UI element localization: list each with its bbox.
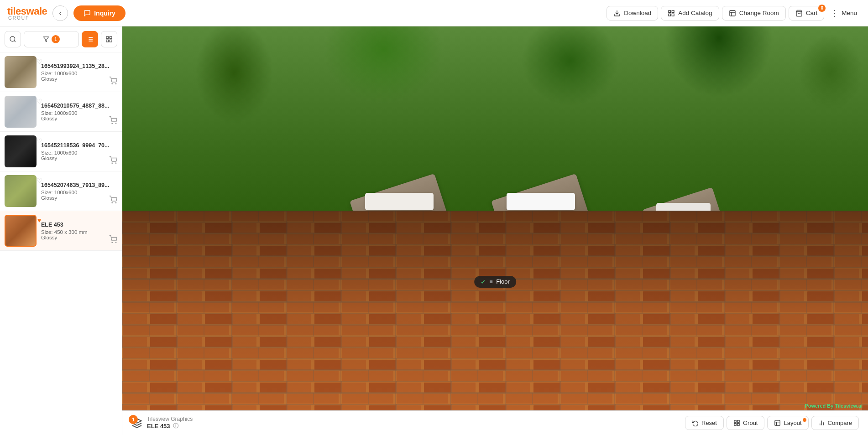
compare-label: Compare <box>828 419 852 426</box>
grout-button[interactable]: Grout <box>727 416 765 430</box>
svg-rect-48 <box>775 420 780 425</box>
svg-rect-46 <box>734 424 736 425</box>
brand-logo: tileswale Group <box>7 5 47 21</box>
svg-rect-44 <box>734 420 736 422</box>
reset-button[interactable]: Reset <box>685 416 724 430</box>
grid-view-icon <box>105 36 113 43</box>
tile-info: 165452074635_7913_89... Size: 1000x600 G… <box>37 175 117 207</box>
room-scene: ✓ Floor Powered By Tilesview.ai <box>122 26 868 410</box>
bottom-left: 1 Tilesview Graphics ELE 453 ⓘ <box>131 416 193 430</box>
layout-button[interactable]: Layout <box>767 416 808 430</box>
chair-pillow-2 <box>507 193 575 210</box>
svg-point-25 <box>115 163 116 164</box>
floor-area <box>122 211 868 410</box>
change-room-button[interactable]: Change Room <box>722 6 786 21</box>
inquiry-icon <box>84 10 91 17</box>
tile-info: 165452118536_9994_70... Size: 1000x600 G… <box>37 135 117 167</box>
svg-rect-4 <box>672 14 675 16</box>
tile-list-item-3[interactable]: 165452118536_9994_70... Size: 1000x600 G… <box>0 132 122 171</box>
powered-by-label: Powered By <box>805 403 833 409</box>
svg-point-26 <box>112 202 113 203</box>
tile-heart-button[interactable]: ♥ <box>35 216 44 225</box>
tile-name-text: ELE 453 <box>147 423 170 430</box>
tile-heart-button[interactable]: ♡ <box>35 176 44 185</box>
tile-thumbnail <box>5 215 37 247</box>
tile-heart-button[interactable]: ♡ <box>35 136 44 145</box>
cart-icon <box>795 10 803 17</box>
content-area: ✓ Floor Powered By Tilesview.ai 1 <box>122 26 868 435</box>
sidebar-toolbar: 1 <box>0 26 122 52</box>
tile-info-icon[interactable]: ⓘ <box>173 422 178 430</box>
svg-rect-16 <box>106 36 109 39</box>
svg-point-20 <box>112 83 113 84</box>
grid-view-button[interactable] <box>101 31 117 47</box>
tile-finish: Glossy <box>41 76 117 82</box>
nav-right: Download Add Catalog Change Room Cart 0 … <box>607 5 861 21</box>
svg-rect-18 <box>106 40 109 42</box>
inquiry-button[interactable]: Inquiry <box>73 5 125 21</box>
tile-cart-button[interactable] <box>109 77 117 87</box>
svg-rect-45 <box>737 420 739 422</box>
layers-wrapper: 1 <box>131 418 142 429</box>
nav-left: tileswale Group ‹ Inquiry <box>7 5 125 21</box>
sidebar: 1 165451993924_1135_28... Size: 1000x600… <box>0 26 122 435</box>
current-tile-info: Tilesview Graphics ELE 453 ⓘ <box>147 416 193 430</box>
svg-rect-2 <box>672 10 675 13</box>
menu-dots-icon: ⋮ <box>831 8 839 18</box>
menu-label: Menu <box>842 10 857 16</box>
grout-icon <box>733 419 740 426</box>
tile-size: Size: 1000x600 <box>41 71 117 76</box>
tile-name: 165452074635_7913_89... <box>41 182 117 188</box>
search-icon <box>9 36 16 43</box>
svg-rect-1 <box>669 10 671 13</box>
tile-cart-button[interactable] <box>109 156 117 166</box>
tile-list: 165451993924_1135_28... Size: 1000x600 G… <box>0 52 122 435</box>
svg-point-22 <box>112 123 113 124</box>
tile-finish: Glossy <box>41 116 117 121</box>
svg-point-7 <box>10 36 15 41</box>
cart-label: Cart <box>806 10 818 16</box>
menu-button[interactable]: ⋮ Menu <box>827 5 861 21</box>
tile-name: 165452118536_9994_70... <box>41 142 117 149</box>
tile-thumbnail <box>5 175 37 207</box>
list-view-button[interactable] <box>82 31 98 47</box>
cart-count-badge: 0 <box>818 5 826 12</box>
svg-point-29 <box>115 242 116 243</box>
svg-point-27 <box>115 202 116 203</box>
tile-info: 165451993924_1135_28... Size: 1000x600 G… <box>37 56 117 88</box>
svg-point-23 <box>115 123 116 124</box>
cart-button[interactable]: Cart 0 <box>789 6 825 21</box>
filter-button[interactable]: 1 <box>24 31 79 47</box>
tile-size: Size: 1000x600 <box>41 150 117 155</box>
tile-heart-button[interactable]: ♡ <box>35 97 44 106</box>
tile-list-item-4[interactable]: 165452074635_7913_89... Size: 1000x600 G… <box>0 171 122 211</box>
tile-size: Size: 450 x 300 mm <box>41 229 117 235</box>
tile-cart-button[interactable] <box>109 235 117 246</box>
svg-line-8 <box>14 41 16 42</box>
tile-cart-button[interactable] <box>109 116 117 127</box>
change-room-label: Change Room <box>739 10 779 16</box>
bottom-bar: 1 Tilesview Graphics ELE 453 ⓘ Reset <box>122 410 868 435</box>
tile-cart-button[interactable] <box>109 196 117 206</box>
tile-name: 165451993924_1135_28... <box>41 63 117 69</box>
tile-finish: Glossy <box>41 155 117 161</box>
layout-icon <box>774 419 781 426</box>
compare-button[interactable]: Compare <box>811 416 859 430</box>
compare-icon <box>818 419 825 426</box>
add-catalog-button[interactable]: Add Catalog <box>661 6 719 21</box>
tile-list-item-1[interactable]: 165451993924_1135_28... Size: 1000x600 G… <box>0 52 122 92</box>
floor-check-icon: ✓ <box>481 278 486 285</box>
tile-list-item-2[interactable]: 165452010575_4887_88... Size: 1000x600 G… <box>0 92 122 132</box>
download-label: Download <box>624 10 651 16</box>
reset-icon <box>692 419 699 426</box>
search-button[interactable] <box>5 31 21 47</box>
floor-indicator[interactable]: ✓ Floor <box>474 276 516 288</box>
room-view[interactable]: ✓ Floor Powered By Tilesview.ai <box>122 26 868 410</box>
download-button[interactable]: Download <box>607 6 658 21</box>
tile-heart-button[interactable]: ♡ <box>35 57 44 66</box>
back-button[interactable]: ‹ <box>52 5 68 21</box>
tile-list-item-5[interactable]: ELE 453 Size: 450 x 300 mm Glossy ♥ <box>0 211 122 251</box>
floor-svg <box>122 211 868 410</box>
tile-source: Tilesview Graphics <box>147 416 193 422</box>
logo-group: Group <box>8 16 30 21</box>
